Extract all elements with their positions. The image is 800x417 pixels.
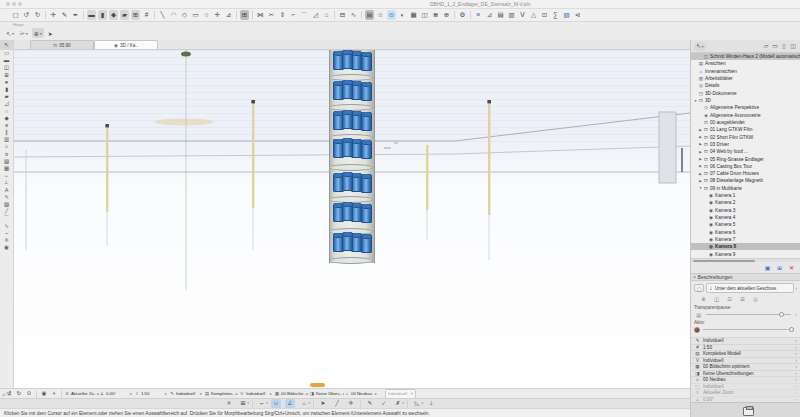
tree-item[interactable]: ◉Kamera 9 bbox=[691, 250, 800, 257]
orbit-icon[interactable]: ◐ bbox=[398, 10, 407, 20]
line-tool[interactable]: ╱ bbox=[1, 208, 13, 215]
snap-points-icon[interactable]: ⌂▾ bbox=[299, 399, 309, 408]
edit-pencil-icon[interactable]: ✎ bbox=[365, 399, 375, 408]
arc-tool[interactable]: ⌒ bbox=[1, 215, 13, 222]
object-tool[interactable]: ⌂ bbox=[1, 143, 13, 150]
tree-horizontal-scrollbar[interactable] bbox=[691, 258, 800, 262]
plane-triangle-icon[interactable]: ◺▾ bbox=[412, 399, 422, 408]
tab-3d-camera[interactable]: ◉ 3D / Ka.. bbox=[94, 40, 158, 49]
individual-tab[interactable]: Individuell✕ bbox=[385, 389, 416, 399]
measure-icon[interactable]: ⊿ bbox=[485, 10, 494, 20]
slider-thumb[interactable] bbox=[789, 327, 794, 332]
roof-tool[interactable]: ◿ bbox=[1, 100, 13, 107]
spline-tool[interactable]: ~ bbox=[1, 230, 13, 237]
publish-icon[interactable]: ⊡ bbox=[540, 10, 549, 20]
confirm-check-icon[interactable]: ✓ bbox=[379, 399, 389, 408]
sum-icon[interactable]: ∑ bbox=[551, 10, 560, 20]
label-tool[interactable]: ✎ bbox=[1, 194, 13, 201]
favorites-icon[interactable]: ☆ bbox=[376, 10, 385, 20]
cancel-cross-icon[interactable]: ✗▾ bbox=[393, 399, 403, 408]
line-tool-icon[interactable]: ╲ bbox=[158, 10, 167, 20]
3d-viewport[interactable] bbox=[14, 50, 690, 388]
table-icon[interactable]: ▥ bbox=[507, 10, 516, 20]
poly-tool-icon[interactable]: ◇ bbox=[180, 10, 189, 20]
quick-option-item[interactable]: ✎Individuell▸ bbox=[169, 391, 204, 396]
pencil-icon[interactable]: ✎ bbox=[60, 10, 69, 20]
marquee-tool[interactable]: ▭ bbox=[1, 50, 13, 57]
quick-option-item[interactable]: ∠0.00°▸ bbox=[99, 391, 134, 396]
column-tool[interactable]: ● bbox=[1, 79, 13, 86]
tree-item[interactable]: ◉Kamera 6 bbox=[691, 229, 800, 236]
send-icon[interactable]: ⊲ bbox=[573, 10, 582, 20]
curtain-wall-tool[interactable]: ▥ bbox=[1, 136, 13, 143]
mesh-tool[interactable]: ▦ bbox=[1, 165, 13, 172]
tree-item[interactable]: ⌂Innenansichten bbox=[691, 68, 800, 75]
tree-item[interactable]: ◫Schnitt Winden-Haus 2 (Modell automatis… bbox=[691, 53, 800, 60]
pick-up-parameters-icon[interactable]: ✛ bbox=[49, 10, 58, 20]
close-traffic-light[interactable] bbox=[6, 2, 10, 6]
snap-angle-icon[interactable]: ∠ bbox=[285, 399, 295, 408]
snap-magnet-icon[interactable]: ∪ bbox=[271, 399, 281, 408]
cursor-arrow-icon[interactable]: ➤ bbox=[318, 399, 328, 408]
morph-settings-icon[interactable]: ◆ bbox=[109, 10, 118, 20]
new-document-icon[interactable]: ▢ bbox=[11, 10, 20, 20]
morph-tool[interactable]: ◆ bbox=[1, 115, 13, 122]
trace-reference-dropdown[interactable]: ↧ Unter dem aktuellen Geschoss bbox=[706, 283, 794, 293]
slab-tool[interactable]: ▰ bbox=[1, 93, 13, 100]
magic-wand-button[interactable]: ⊕▾ bbox=[32, 28, 44, 38]
arc-tool-icon[interactable]: ◠ bbox=[169, 10, 178, 20]
layers-icon[interactable]: ▤ bbox=[365, 10, 374, 20]
zoom-icon[interactable]: ⊙ bbox=[387, 10, 396, 20]
list-icon[interactable]: ≡ bbox=[474, 10, 483, 20]
dimension-tool-icon[interactable]: ⊿ bbox=[224, 10, 233, 20]
tree-item[interactable]: ▶⊡07 Cable Drum Houses bbox=[691, 170, 800, 177]
sheet-icon[interactable]: ▤ bbox=[496, 10, 505, 20]
refresh-icon[interactable]: ⊕ bbox=[699, 295, 708, 303]
view-map-icon[interactable]: ▭ bbox=[771, 42, 779, 51]
save-view-icon[interactable]: ⊟ bbox=[338, 10, 347, 20]
window-tool[interactable]: ⊞ bbox=[1, 72, 13, 79]
grid-snap-icon[interactable]: ⊞▾ bbox=[238, 399, 248, 408]
tree-item[interactable]: ▥Arbeitsblätter bbox=[691, 75, 800, 82]
guide-lines-icon[interactable]: ⌐▾ bbox=[257, 399, 267, 408]
railing-tool[interactable]: ∥ bbox=[1, 129, 13, 136]
adjust-icon[interactable]: ⌒ bbox=[300, 10, 309, 20]
box-tool-icon[interactable]: ▭ bbox=[191, 10, 200, 20]
descriptions-section-header[interactable]: ▸ Beschreibungen bbox=[691, 273, 800, 281]
zoom-traffic-light[interactable] bbox=[18, 2, 22, 6]
quick-option-item[interactable]: VIndividuell▸ bbox=[239, 391, 274, 396]
undo-icon[interactable]: ↺ bbox=[22, 10, 31, 20]
tree-item[interactable]: ◉Kamera 3 bbox=[691, 207, 800, 214]
select-arrow-tool[interactable]: ↖ bbox=[0, 40, 13, 50]
grid-display-icon[interactable]: ⊞ bbox=[240, 10, 249, 20]
spline-icon[interactable]: ∿ bbox=[349, 10, 358, 20]
marquee-mode-button[interactable]: ⌲▾ bbox=[18, 28, 30, 38]
navigator-selector-button[interactable]: ↖ ▾ bbox=[694, 42, 706, 51]
tree-item[interactable]: ▼⊡3D bbox=[691, 97, 800, 104]
wall-tool[interactable]: ▬ bbox=[1, 57, 13, 64]
mark-up-icon[interactable]: △ bbox=[529, 10, 538, 20]
tree-item[interactable]: ◇Allgemeine Perspektive bbox=[691, 104, 800, 111]
new-viewpoint-icon[interactable]: ▣ bbox=[763, 264, 772, 272]
quick-option-item[interactable]: ▤Komplettes...▸ bbox=[204, 391, 239, 396]
ramp-icon[interactable]: ◿ bbox=[311, 10, 320, 20]
titlebar[interactable]: DBHD_1_2_Endlager_DE_Steinsalz_M-V.pln bbox=[0, 0, 800, 9]
shell-tool[interactable]: ∩ bbox=[1, 108, 13, 115]
tree-item[interactable]: ▶⊡02 Short Film GTKW bbox=[691, 133, 800, 140]
tree-item[interactable]: ▶⊡05 Ring-Strasse Endlager bbox=[691, 155, 800, 162]
project-map-icon[interactable]: ▱ bbox=[762, 42, 770, 51]
coordinate-plus-icon[interactable]: ✛ bbox=[346, 399, 356, 408]
tree-item[interactable]: ⊡00 ausgeblendet bbox=[691, 119, 800, 126]
arrow-mode-button[interactable]: ↖▾ bbox=[4, 28, 16, 38]
hotspot-tool[interactable]: ✛ bbox=[1, 237, 13, 244]
tree-item[interactable]: ◉Kamera 7 bbox=[691, 236, 800, 243]
transparency-slider[interactable] bbox=[706, 314, 791, 315]
tree-item[interactable]: ▼⊡09 in Multikarte bbox=[691, 185, 800, 192]
zone-tool[interactable]: ▨ bbox=[1, 158, 13, 165]
active-slider[interactable] bbox=[703, 329, 794, 330]
reference-doc-icon[interactable]: ◫ bbox=[712, 295, 721, 303]
grid-settings-icon[interactable]: ⊞ bbox=[131, 10, 140, 20]
stretch-icon[interactable]: ⇕ bbox=[278, 10, 287, 20]
polyline-tool[interactable]: ∿ bbox=[1, 223, 13, 230]
level-dimension-tool[interactable]: ⊥ bbox=[1, 179, 13, 186]
